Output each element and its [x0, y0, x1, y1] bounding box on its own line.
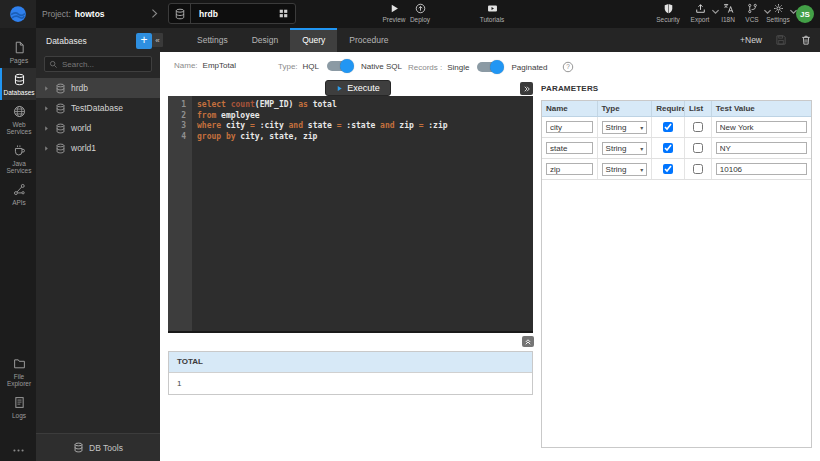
param-type-select[interactable]: String▾ — [602, 121, 648, 134]
topbar-action-label: Deploy — [410, 16, 430, 23]
tab-design[interactable]: Design — [240, 28, 290, 52]
type-option-hql[interactable]: HQL — [303, 62, 319, 71]
param-test-value-input[interactable] — [716, 163, 807, 175]
param-list-checkbox[interactable] — [693, 143, 703, 153]
save-icon[interactable] — [775, 34, 787, 46]
new-query-button[interactable]: +New — [740, 35, 762, 45]
param-test-value-input[interactable] — [716, 142, 807, 154]
database-selector[interactable]: hrdb — [168, 3, 296, 24]
param-type-cell: String▾ — [598, 117, 653, 137]
topbar-action-security[interactable]: Security — [652, 3, 684, 23]
database-name: world1 — [71, 143, 96, 153]
param-list-checkbox[interactable] — [693, 122, 703, 132]
editor-gutter: 1234 — [168, 96, 192, 331]
tab-procedure[interactable]: Procedure — [337, 28, 400, 52]
param-type-select[interactable]: String▾ — [602, 163, 648, 176]
project-name: howtos — [75, 9, 105, 19]
expand-caret-icon — [43, 125, 50, 132]
database-tree-item-testdatabase[interactable]: TestDatabase — [36, 98, 160, 118]
param-list-cell — [685, 159, 712, 179]
records-option-paginated[interactable]: Paginated — [511, 63, 547, 72]
database-tree-item-world1[interactable]: world1 — [36, 138, 160, 158]
execute-button[interactable]: Execute — [325, 80, 391, 96]
column-header-list: List — [685, 101, 712, 116]
type-toggle[interactable] — [327, 61, 353, 71]
search-input[interactable] — [62, 60, 147, 69]
rail-item-file-explorer[interactable]: File Explorer — [0, 352, 36, 391]
database-tree-item-hrdb[interactable]: hrdb — [36, 78, 160, 98]
code-token: from — [197, 111, 216, 120]
name-label: Name: — [174, 61, 198, 70]
tab-settings[interactable]: Settings — [185, 28, 240, 52]
param-required-cell — [652, 138, 685, 158]
param-type-select[interactable]: String▾ — [602, 142, 648, 155]
results-header: TOTAL — [169, 352, 532, 372]
shield-icon — [663, 3, 674, 14]
tab-query[interactable]: Query — [290, 28, 337, 52]
rail-item-pages[interactable]: Pages — [0, 36, 36, 68]
param-name-input[interactable] — [546, 142, 593, 154]
delete-icon[interactable] — [800, 34, 812, 46]
param-row: String▾ — [542, 117, 811, 138]
param-test-value-input[interactable] — [716, 121, 807, 133]
param-test-value-cell — [712, 159, 811, 179]
database-icon — [55, 123, 66, 134]
databases-panel: Databases + hrdbTestDatabaseworldworld1 … — [36, 28, 160, 461]
query-name-value[interactable]: EmpTotal — [203, 61, 236, 70]
param-name-input[interactable] — [546, 163, 593, 175]
database-tree-item-world[interactable]: world — [36, 118, 160, 138]
database-icon — [55, 143, 66, 154]
topbar-action-deploy[interactable]: Deploy — [404, 3, 436, 23]
topbar-action-settings[interactable]: Settings — [762, 3, 794, 23]
param-required-checkbox[interactable] — [663, 164, 673, 174]
sql-editor[interactable]: 1234 select count(EMP_ID) as totalfrom e… — [168, 96, 533, 333]
add-database-button[interactable]: + — [136, 33, 152, 49]
rail-item-label: Databases — [2, 89, 36, 96]
svg-text:?: ? — [566, 63, 570, 70]
grid-icon[interactable] — [278, 8, 289, 19]
editor-code[interactable]: select count(EMP_ID) as totalfrom employ… — [192, 96, 533, 143]
param-required-checkbox[interactable] — [663, 143, 673, 153]
more-options-button[interactable] — [0, 444, 36, 457]
expand-caret-icon — [43, 85, 50, 92]
double-chevron-right-icon — [523, 85, 531, 93]
coffee-icon — [13, 144, 26, 157]
db-tools-label: DB Tools — [89, 443, 123, 453]
parameters-title: PARAMETERS — [541, 84, 598, 93]
dots-icon — [12, 444, 25, 457]
app-logo[interactable] — [0, 0, 36, 28]
param-type-value: String — [606, 144, 627, 153]
execute-label: Execute — [347, 83, 380, 93]
param-required-checkbox[interactable] — [663, 122, 673, 132]
double-chevron-up-icon — [524, 338, 532, 346]
type-option-native-sql[interactable]: Native SQL — [361, 62, 402, 71]
param-required-cell — [652, 117, 685, 137]
rail-item-logs[interactable]: Logs — [0, 391, 36, 423]
db-tools-button[interactable]: DB Tools — [36, 433, 160, 461]
code-token: zip — [395, 121, 419, 130]
rail-item-apis[interactable]: APIs — [0, 178, 36, 210]
rail-item-web-services[interactable]: Web Services — [0, 100, 36, 139]
help-icon[interactable]: ? — [562, 61, 574, 73]
param-list-checkbox[interactable] — [693, 164, 703, 174]
rail-item-databases[interactable]: Databases — [0, 68, 36, 100]
code-token: :state — [342, 121, 381, 130]
expand-parameters-button[interactable] — [520, 82, 533, 95]
collapse-panel-button[interactable]: « — [152, 33, 163, 47]
user-avatar[interactable]: JS — [796, 5, 814, 23]
expand-caret-icon — [43, 145, 50, 152]
param-name-input[interactable] — [546, 121, 593, 133]
rail-item-java-services[interactable]: Java Services — [0, 139, 36, 178]
param-list-cell — [685, 138, 712, 158]
records-toggle[interactable] — [477, 62, 503, 72]
topbar-action-tutorials[interactable]: Tutorials — [476, 3, 508, 23]
left-rail: PagesDatabasesWeb ServicesJava ServicesA… — [0, 28, 36, 461]
code-token: :city — [255, 121, 289, 130]
code-token: city, state, zip — [236, 132, 318, 141]
collapse-results-button[interactable] — [522, 336, 534, 347]
database-search[interactable] — [44, 56, 152, 72]
code-token: where — [197, 121, 221, 130]
parameters-table: NameTypeRequiredListTest Value String▾St… — [541, 100, 812, 448]
records-option-single[interactable]: Single — [447, 63, 469, 72]
code-token: (EMP_ID) — [255, 100, 298, 109]
